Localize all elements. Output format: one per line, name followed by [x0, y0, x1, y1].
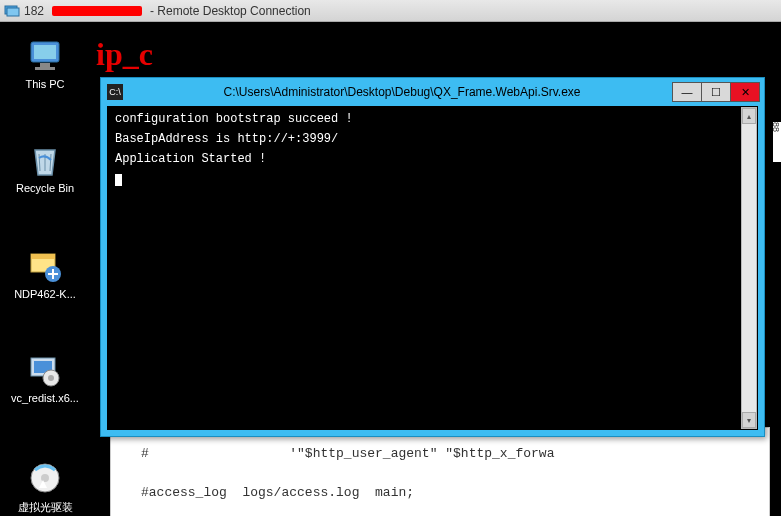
close-button[interactable]: ✕ [730, 82, 760, 102]
console-titlebar[interactable]: C:\ C:\Users\Administrator\Desktop\Debug… [101, 78, 764, 106]
console-icon: C:\ [107, 84, 123, 100]
notepad-content: # '"$http_user_agent" "$http_x_forwa #ac… [111, 428, 769, 516]
svg-rect-3 [34, 45, 56, 59]
console-line: Application Started ! [115, 152, 750, 166]
console-output: configuration bootstrap succeed ! BaseIp… [107, 106, 758, 430]
scroll-down-arrow[interactable]: ▾ [742, 412, 756, 428]
virtualcd-label: 虚拟光驱装 [8, 500, 82, 515]
recycle-bin-label: Recycle Bin [8, 182, 82, 194]
this-pc-label: This PC [8, 78, 82, 90]
installer-icon [25, 246, 65, 286]
svg-rect-4 [40, 63, 50, 67]
svg-rect-1 [7, 8, 19, 16]
console-window[interactable]: C:\ C:\Users\Administrator\Desktop\Debug… [100, 77, 765, 437]
cursor [115, 174, 122, 186]
console-line: BaseIpAddress is http://+:3999/ [115, 132, 750, 146]
vcredist-label: vc_redist.x6... [8, 392, 82, 404]
svg-rect-7 [31, 254, 55, 259]
recycle-bin-icon [25, 140, 65, 180]
vcredist-icon [25, 350, 65, 390]
rdp-icon [4, 3, 20, 19]
svg-rect-5 [35, 67, 55, 70]
scroll-up-arrow[interactable]: ▴ [742, 108, 756, 124]
scrollbar[interactable]: ▴ ▾ [741, 107, 757, 429]
desktop-icon-recycle-bin[interactable]: Recycle Bin [8, 140, 82, 194]
ndp-label: NDP462-K... [8, 288, 82, 300]
remote-desktop: ip_c This PC Recycle Bin NDP462-K... vc_… [0, 22, 781, 516]
np-line3: #access_log logs/access.log main; [141, 485, 414, 500]
ip-annotation: ip_c [96, 36, 153, 73]
console-title: C:\Users\Administrator\Desktop\Debug\QX_… [131, 85, 673, 99]
desktop-icon-ndp[interactable]: NDP462-K... [8, 246, 82, 300]
desktop-icon-virtualcd[interactable]: 虚拟光驱装 [8, 458, 82, 515]
rdp-titlebar: 182 - Remote Desktop Connection [0, 0, 781, 22]
np-line1: # '"$http_user_agent" "$http_x_forwa [141, 446, 554, 461]
window-controls: — ☐ ✕ [673, 82, 760, 102]
desktop-icon-this-pc[interactable]: This PC [8, 36, 82, 90]
maximize-button[interactable]: ☐ [701, 82, 731, 102]
console-line: configuration bootstrap succeed ! [115, 112, 750, 126]
minimize-button[interactable]: — [672, 82, 702, 102]
virtualcd-icon [25, 458, 65, 498]
desktop-icon-vcredist[interactable]: vc_redist.x6... [8, 350, 82, 404]
notepad-window[interactable]: # '"$http_user_agent" "$http_x_forwa #ac… [110, 427, 770, 516]
right-sliver: 88 [773, 122, 781, 162]
rdp-title-ip: 182 [24, 4, 44, 18]
svg-point-12 [48, 375, 54, 381]
svg-point-14 [41, 474, 49, 482]
redacted-ip [52, 6, 142, 16]
rdp-title-suffix: - Remote Desktop Connection [150, 4, 311, 18]
this-pc-icon [25, 36, 65, 76]
